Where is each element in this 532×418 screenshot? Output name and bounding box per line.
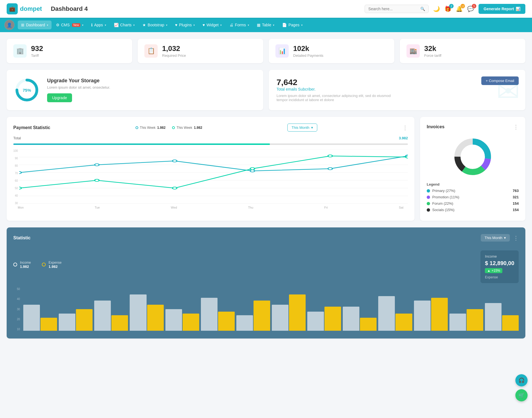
bar-yellow [183, 314, 199, 331]
email-subtitle: Total emails Subcriber. [277, 87, 518, 91]
storage-info: Upgrade Your Storage Lorem ipsum dolor s… [47, 78, 110, 102]
tariff-value: 932 [31, 44, 43, 53]
bar-group [201, 288, 235, 331]
invoices-donut-svg [451, 135, 495, 179]
apps-icon: ℹ [91, 23, 93, 27]
theme-toggle[interactable]: 🌙 [433, 6, 440, 12]
search-input[interactable] [368, 7, 418, 11]
nav-item-plugins[interactable]: ♥ Plugins ▾ [172, 20, 198, 29]
page-title: Dashboard 4 [51, 5, 365, 12]
bar-white [236, 315, 253, 331]
payment-filter-button[interactable]: This Month ▾ [287, 124, 317, 132]
chevron-down-icon-plugins: ▾ [193, 24, 195, 27]
chat-badge: 5 [472, 4, 476, 8]
main-content: 🏢 932 Tariff 📋 1,032 Required Price 📊 10… [0, 32, 532, 345]
income-change-badge: ▲ +15% [485, 268, 502, 273]
bell-icon-btn[interactable]: 🔔 12 [456, 6, 463, 12]
nav-label-bootstrap: Bootstrap [148, 23, 164, 27]
statistic-month-filter[interactable]: This Month ▾ [481, 234, 510, 242]
chat-icon-btn[interactable]: 💬 5 [467, 6, 474, 12]
search-box[interactable]: 🔍 [365, 5, 429, 13]
email-background-icon: ✉ [497, 75, 520, 107]
payment-title: Payment Statistic [13, 125, 50, 130]
legend-title: Legend [427, 182, 519, 186]
payment-kebab-menu[interactable]: ⋮ [402, 124, 408, 131]
nav-item-bootstrap[interactable]: ★ Bootstrap ▾ [139, 20, 171, 29]
socials-color [427, 208, 430, 212]
svg-point-19 [250, 168, 255, 170]
storage-description: Lorem ipsum dolor sit amet, onsectetur. [47, 85, 110, 89]
bar-yellow [502, 315, 519, 331]
svg-point-20 [328, 155, 332, 157]
nav-item-charts[interactable]: 📈 Charts ▾ [111, 20, 138, 29]
invoice-legend-promotion: Promotion (11%) 321 [427, 195, 519, 199]
socials-value: 154 [513, 208, 519, 212]
nav-item-pages[interactable]: 📄 Pages ▾ [279, 20, 306, 29]
bar-white [165, 309, 182, 331]
up-arrow-icon: ▲ [487, 269, 490, 273]
bar-white [485, 303, 502, 331]
generate-report-button[interactable]: Generate Report 📊 [479, 4, 525, 14]
stat-info-force-tariff: 32k Force tariff [424, 44, 441, 58]
income-legend-value: 1.982 [20, 265, 31, 269]
logo: 💼 dompet [7, 3, 42, 14]
bar-group [307, 288, 341, 331]
bar-white [449, 314, 466, 331]
bar-white [378, 296, 395, 331]
force-tariff-label: Force tariff [424, 53, 441, 58]
required-price-icon: 📋 [144, 44, 158, 58]
bar-yellow [324, 307, 341, 331]
total-value: 3.982 [399, 136, 408, 140]
stat-info-required-price: 1,032 Required Price [162, 44, 186, 58]
statistic-legend-row: Income 1.982 Expense 1.982 Income $ 12,8… [13, 246, 519, 283]
expense-label-panel: Expense [485, 275, 514, 279]
bar-group [59, 288, 93, 331]
bar-yellow [360, 318, 377, 331]
total-label: Total [13, 136, 21, 140]
payment-card: Payment Statistic This Week 1.982 This W… [7, 117, 415, 221]
storage-donut: 75% [14, 78, 39, 102]
nav-item-cms[interactable]: ⚙ CMS New ▾ [53, 20, 87, 29]
nav-item-apps[interactable]: ℹ Apps ▾ [88, 20, 109, 29]
search-icon: 🔍 [420, 7, 425, 11]
nav-item-dashboard[interactable]: ⊞ Dashboard ▾ [18, 20, 52, 29]
stat-cards-row: 🏢 932 Tariff 📋 1,032 Required Price 📊 10… [7, 39, 525, 63]
nav-item-forms[interactable]: 🖨 Forms ▾ [226, 20, 252, 29]
svg-point-11 [94, 164, 99, 166]
nav-label-charts: Charts [120, 23, 132, 27]
legend-item-week1: This Week 1.982 [135, 126, 166, 130]
widget-icon: ♥ [203, 23, 205, 27]
upgrade-button[interactable]: Upgrade [47, 93, 72, 102]
payment-header: Payment Statistic This Week 1.982 This W… [13, 124, 408, 132]
invoices-header: Invoices ⋮ [427, 124, 519, 130]
gift-icon-btn[interactable]: 🎁 2 [444, 6, 451, 12]
svg-point-17 [94, 179, 99, 181]
bar-yellow [431, 298, 448, 331]
stat-card-force-tariff: 🏬 32k Force tariff [400, 39, 525, 63]
bar-chart-inner [23, 288, 519, 331]
charts-icon: 📈 [114, 23, 119, 27]
stat-card-required-price: 📋 1,032 Required Price [138, 39, 263, 63]
income-panel-value: $ 12,890,00 [485, 260, 514, 266]
charts-row: Payment Statistic This Week 1.982 This W… [7, 117, 525, 221]
bar-white [307, 312, 324, 331]
bell-badge: 12 [461, 4, 465, 8]
header-right: 🔍 🌙 🎁 2 🔔 12 💬 5 Generate Report 📊 [365, 4, 525, 14]
invoice-legend-primary: Primary (27%) 763 [427, 189, 519, 193]
statistic-controls: This Month ▾ ⋮ [481, 234, 519, 242]
invoice-legend-socials: Socials (15%) 154 [427, 208, 519, 212]
invoices-kebab-menu[interactable]: ⋮ [513, 124, 519, 130]
bar-yellow [218, 312, 235, 331]
statistic-kebab-menu[interactable]: ⋮ [513, 235, 519, 241]
nav-item-widget[interactable]: ♥ Widget ▾ [199, 20, 225, 29]
nav-label-cms: CMS [61, 23, 70, 27]
svg-point-14 [328, 168, 332, 170]
nav-item-table[interactable]: ▦ Table ▾ [254, 20, 278, 29]
bar-yellow [40, 318, 57, 331]
promotion-value: 321 [513, 195, 519, 199]
line-chart-wrap: 100 90 80 70 60 50 40 30 [13, 149, 408, 209]
forms-icon: 🖨 [229, 23, 233, 27]
stat-card-detailed-payments: 📊 102k Detailed Payments [269, 39, 394, 63]
legend-item-week2: This Week 1.982 [172, 126, 202, 130]
pages-icon: 📄 [282, 23, 287, 27]
